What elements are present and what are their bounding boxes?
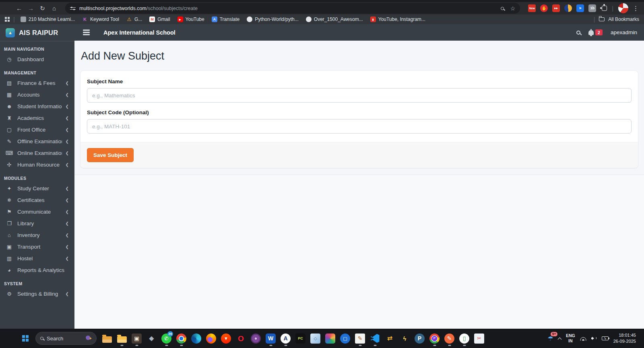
bookmark-star-icon[interactable]: ☆ [510,5,516,12]
home-button[interactable]: ⌂ [49,3,60,14]
taskbar-emulator-app[interactable]: ▯ [457,330,472,346]
taskbar-pen-app[interactable]: ✎ [442,330,457,346]
color-cube-app-icon [325,334,335,344]
chevron-left-icon: ❮ [66,116,70,120]
taskbar-search[interactable]: Search [35,332,97,345]
ext-new-badge-icon[interactable]: New [528,4,536,12]
taskbar-3d-viewer-app[interactable]: ◆ [144,330,159,346]
bookmark-210-machine-learning[interactable]: 210 Machine Learni... [17,14,78,24]
sidebar-item-study-center[interactable]: ✦Study Center❮ [0,183,74,194]
bookmark-python-world[interactable]: Python-World/pyth... [243,14,302,24]
umbrella-tray-icon[interactable]: ☂ 9+ [548,335,553,342]
start-button[interactable] [18,330,33,346]
brand-header[interactable]: ▲ AIS RAIPUR [0,24,74,41]
taskbar-pycharm[interactable]: PC [293,330,308,346]
bookmark-youtube-instagram[interactable]: ▮YouTube, Instagram... [367,14,429,24]
ext-adblock-hand-icon[interactable]: ✋ [540,4,548,12]
chevron-left-icon: ❮ [66,292,70,296]
taskbar-chrome-profile[interactable]: P [427,330,442,346]
sidebar-item-accounts[interactable]: ▦Accounts❮ [0,89,74,101]
taskbar-word[interactable]: W [263,330,278,346]
taskbar-anydesk[interactable]: A [278,330,293,346]
taskbar-chrome[interactable] [174,330,189,346]
taskbar-vscode[interactable] [367,330,382,346]
taskbar-putty[interactable]: ϟ [397,330,412,346]
taskbar-brave[interactable]: ▼ [219,330,233,346]
photos-app-icon: ▣ [132,334,142,344]
taskbar-postgresql[interactable]: P [412,330,427,346]
language-indicator[interactable]: ENGIN [566,333,575,343]
address-bar[interactable]: multischool.projectworlds.com/school/sub… [65,3,520,14]
sidebar-item-hostel[interactable]: ▥Hostel❮ [0,253,74,264]
subject-code-input[interactable] [87,119,632,134]
ext-swirl-icon[interactable] [564,4,572,12]
sidebar-item-transport[interactable]: ▣Transport❮ [0,241,74,253]
username[interactable]: apexadmin [611,29,637,35]
ext-1b-icon[interactable]: 1b [588,4,596,12]
pycharm-icon: PC [295,334,305,344]
reload-button[interactable]: ↻ [37,3,48,14]
sidebar-item-offline-examinations[interactable]: ✎Offline Examinations❮ [0,136,74,147]
desktop-icon: ▢ [5,127,14,133]
site-settings-icon[interactable] [70,6,76,10]
back-button[interactable]: ← [14,3,25,14]
sidebar-item-inventory[interactable]: ⌂Inventory❮ [0,229,74,241]
battery-charging-icon[interactable] [602,336,609,340]
volume-icon[interactable] [591,336,597,341]
taskbar-photos-app[interactable]: ▣ [129,330,144,346]
sidebar-item-dashboard[interactable]: ◷Dashboard [0,54,74,65]
bookmark-label: 210 Machine Learni... [29,16,75,22]
bookmark-gmail[interactable]: MGmail [146,14,173,24]
ext-downloader-icon[interactable]: ➤ [576,4,584,12]
emulator-app-icon: ▯ [459,334,469,344]
extensions-puzzle-icon[interactable] [602,6,607,11]
sidebar-item-library[interactable]: ❐Library❮ [0,218,74,229]
sidebar-item-certificates[interactable]: ✵Certificates❮ [0,194,74,206]
all-bookmarks-button[interactable]: All Bookmarks [608,16,639,22]
browser-menu-icon[interactable]: ⋮ [633,5,638,12]
taskbar-firefox[interactable] [204,330,219,346]
sidebar-item-communicate[interactable]: ⚑Communicate❮ [0,206,74,218]
nav-section-header: MANAGEMENT [0,65,74,77]
apps-grid-icon[interactable] [5,17,10,22]
notifications-button[interactable]: 2 [588,29,603,35]
sidebar-item-settings-billing[interactable]: ⚙Settings & Billing❮ [0,288,74,300]
bookmark-translate[interactable]: ATranslate [208,14,244,24]
tray-overflow-chevron-icon[interactable] [558,337,562,341]
sidebar-item-finance-fees[interactable]: ▤Finance & Fees❮ [0,77,74,89]
sidebar-item-reports-analytics[interactable]: ◕Reports & Analytics [0,264,74,276]
sidebar-item-student-information[interactable]: ☻Student Information❮ [0,101,74,112]
sidebar-item-human-resource[interactable]: ✣Human Resource❮ [0,159,74,171]
taskbar-screen-capture-app[interactable]: ✂ [472,330,487,346]
taskbar-winscp[interactable]: ⇄ [382,330,397,346]
clock[interactable]: 18:01:45 26-09-2025 [613,332,636,344]
taskbar-edge[interactable] [189,330,204,346]
bookmark-over-1500-awesome[interactable]: Over_1500_Awesom... [302,14,367,24]
sidebar-item-online-examinations[interactable]: ⌨Online Examinations❮ [0,147,74,159]
taskbar-color-cube-app[interactable] [323,330,338,346]
taskbar-opera[interactable]: O [233,330,248,346]
taskbar-tor-browser[interactable] [248,330,263,346]
taskbar-notes-app[interactable]: ✎ [353,330,367,346]
sidebar-item-front-office[interactable]: ▢Front Office❮ [0,124,74,136]
save-subject-button[interactable]: Save Subject [87,148,134,162]
taskbar-file-explorer[interactable] [114,330,129,346]
taskbar-onedrive-folder[interactable] [99,330,114,346]
hamburger-menu-icon[interactable] [83,32,90,33]
ext-fast-forward-icon[interactable]: ▸▸ [552,4,560,12]
taskbar-whatsapp[interactable]: ✆20 [159,330,174,346]
zoom-icon[interactable] [501,7,504,10]
bookmark-keyword-tool[interactable]: KKeyword Tool [78,14,123,24]
bookmark-youtube[interactable]: ▶YouTube [174,14,208,24]
sidebar-item-academics[interactable]: ♜Academics❮ [0,112,74,124]
sidebar-nav: MAIN NAVIGATION◷DashboardMANAGEMENT▤Fina… [0,41,74,300]
navbar-search-icon[interactable] [576,31,580,35]
forward-button[interactable]: → [25,3,36,14]
taskbar-virtualbox[interactable]: ◇ [308,330,323,346]
subject-name-input[interactable] [87,88,632,103]
profile-avatar[interactable] [618,3,628,13]
anydesk-icon: A [281,334,291,344]
bookmark-g[interactable]: ⚠G... [123,14,146,24]
taskbar-remote-desktop-app[interactable]: ▢ [338,330,353,346]
wifi-icon[interactable] [580,336,586,341]
